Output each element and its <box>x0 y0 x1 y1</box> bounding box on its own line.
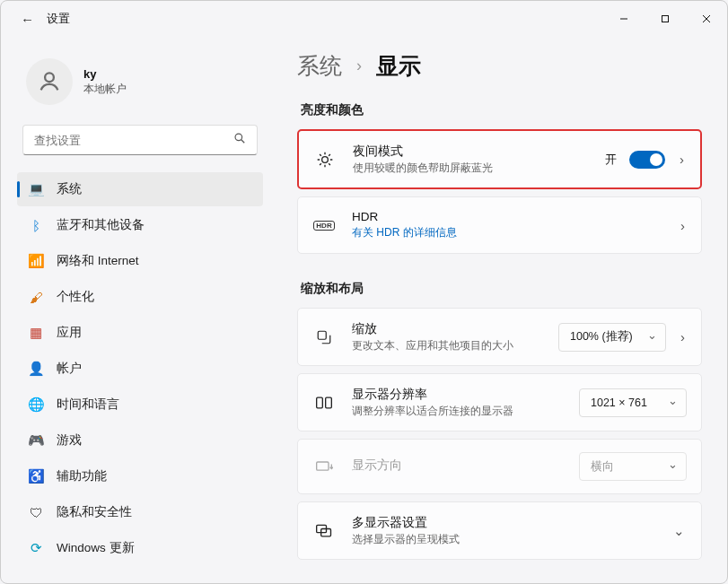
nav-label: 帐户 <box>57 361 82 377</box>
multi-display-icon <box>312 523 336 539</box>
nav-icon: ⟳ <box>28 540 44 556</box>
maximize-button[interactable] <box>645 1 686 37</box>
resolution-dropdown[interactable]: 1021 × 761 <box>579 388 687 417</box>
scale-sub: 更改文本、应用和其他项目的大小 <box>352 339 542 353</box>
back-button[interactable]: ← <box>21 12 34 27</box>
nav-icon: 🖌 <box>28 290 44 305</box>
resolution-card[interactable]: 显示器分辨率 调整分辨率以适合所连接的显示器 1021 × 761 <box>297 373 702 431</box>
scale-icon <box>312 329 336 345</box>
svg-line-6 <box>241 140 245 144</box>
chevron-right-icon[interactable]: › <box>679 329 687 344</box>
multi-display-title: 多显示器设置 <box>352 515 655 531</box>
nav-label: 网络和 Internet <box>57 253 139 269</box>
account-block[interactable]: ky 本地帐户 <box>17 37 263 125</box>
multi-display-card[interactable]: 多显示器设置 选择显示器的呈现模式 ⌄ <box>297 501 702 560</box>
nav-label: 隐私和安全性 <box>57 504 132 520</box>
chevron-right-icon[interactable]: › <box>679 218 687 233</box>
svg-rect-1 <box>662 16 669 22</box>
svg-point-7 <box>322 156 329 162</box>
nav-label: Windows 更新 <box>57 540 135 556</box>
nav-label: 系统 <box>57 181 82 197</box>
svg-line-15 <box>329 154 330 156</box>
sidebar-item-6[interactable]: 🌐时间和语言 <box>17 388 263 422</box>
app-title: 设置 <box>47 11 70 27</box>
sidebar-item-8[interactable]: ♿辅助功能 <box>17 459 263 493</box>
nav-label: 蓝牙和其他设备 <box>57 217 145 233</box>
scale-title: 缩放 <box>352 321 542 337</box>
hdr-link[interactable]: 有关 HDR 的详细信息 <box>352 225 662 240</box>
svg-rect-18 <box>326 397 332 408</box>
resolution-title: 显示器分辨率 <box>352 387 563 403</box>
sidebar-item-3[interactable]: 🖌个性化 <box>17 280 263 314</box>
svg-rect-17 <box>317 397 323 408</box>
nav-label: 游戏 <box>57 432 82 449</box>
nav-label: 个性化 <box>57 289 94 305</box>
section-brightness-header: 亮度和颜色 <box>301 102 702 118</box>
svg-rect-19 <box>317 462 329 470</box>
svg-point-4 <box>45 73 54 82</box>
search-field[interactable] <box>34 134 233 147</box>
sidebar-item-0[interactable]: 💻系统 <box>17 172 263 206</box>
hdr-icon: HDR <box>312 221 336 231</box>
sidebar-item-1[interactable]: ᛒ蓝牙和其他设备 <box>17 208 263 242</box>
svg-line-12 <box>320 154 321 156</box>
search-icon <box>233 132 246 148</box>
resolution-sub: 调整分辨率以适合所连接的显示器 <box>352 405 563 418</box>
nav-label: 应用 <box>57 325 82 341</box>
nav-icon: 🎮 <box>28 432 44 449</box>
nav-label: 时间和语言 <box>57 397 119 413</box>
svg-line-13 <box>329 163 330 165</box>
breadcrumb: 系统 › 显示 <box>297 51 702 81</box>
nav-icon: ▦ <box>28 325 44 341</box>
hdr-title: HDR <box>352 210 662 223</box>
night-light-title: 夜间模式 <box>353 144 589 160</box>
orientation-dropdown: 横向 <box>579 452 687 481</box>
nav-icon: 📶 <box>28 253 44 269</box>
section-scale-header: 缩放和布局 <box>301 281 702 297</box>
orientation-title: 显示方向 <box>352 458 563 474</box>
nav-icon: 👤 <box>28 361 44 377</box>
close-button[interactable] <box>686 1 727 37</box>
sidebar-item-5[interactable]: 👤帐户 <box>17 352 263 386</box>
night-light-icon <box>313 151 337 169</box>
scale-card[interactable]: 缩放 更改文本、应用和其他项目的大小 100% (推荐) › <box>297 308 702 366</box>
hdr-card[interactable]: HDR HDR 有关 HDR 的详细信息 › <box>297 196 702 254</box>
account-name: ky <box>83 67 127 81</box>
chevron-right-icon: › <box>356 57 362 75</box>
resolution-icon <box>312 395 336 411</box>
scale-dropdown[interactable]: 100% (推荐) <box>558 323 666 352</box>
chevron-right-icon[interactable]: › <box>678 152 686 167</box>
night-light-state: 开 <box>605 152 617 168</box>
breadcrumb-current: 显示 <box>376 51 421 81</box>
nav-icon: 🌐 <box>28 397 44 413</box>
night-light-card[interactable]: 夜间模式 使用较暖的颜色帮助屏蔽蓝光 开 › <box>297 129 702 189</box>
search-input[interactable] <box>22 125 258 155</box>
nav-icon: ᛒ <box>28 218 44 233</box>
nav-icon: 💻 <box>28 181 44 197</box>
sidebar-item-4[interactable]: ▦应用 <box>17 316 263 350</box>
multi-display-sub: 选择显示器的呈现模式 <box>352 533 655 546</box>
svg-point-5 <box>235 134 242 141</box>
account-type: 本地帐户 <box>83 83 127 96</box>
avatar-icon <box>26 58 73 105</box>
sidebar-item-9[interactable]: 🛡隐私和安全性 <box>17 495 263 529</box>
orientation-card: 显示方向 横向 <box>297 439 702 494</box>
nav-label: 辅助功能 <box>57 468 107 484</box>
night-light-toggle[interactable] <box>629 151 665 169</box>
breadcrumb-parent[interactable]: 系统 <box>297 51 342 81</box>
svg-rect-16 <box>318 331 326 339</box>
minimize-button[interactable] <box>603 1 645 37</box>
chevron-down-icon[interactable]: ⌄ <box>671 523 687 539</box>
nav-icon: 🛡 <box>28 505 44 520</box>
nav-icon: ♿ <box>28 468 44 484</box>
sidebar-item-2[interactable]: 📶网络和 Internet <box>17 244 263 278</box>
orientation-icon <box>312 459 336 474</box>
night-light-sub: 使用较暖的颜色帮助屏蔽蓝光 <box>353 161 589 175</box>
sidebar-item-7[interactable]: 🎮游戏 <box>17 423 263 458</box>
svg-line-14 <box>320 163 321 165</box>
sidebar-item-10[interactable]: ⟳Windows 更新 <box>17 531 263 565</box>
